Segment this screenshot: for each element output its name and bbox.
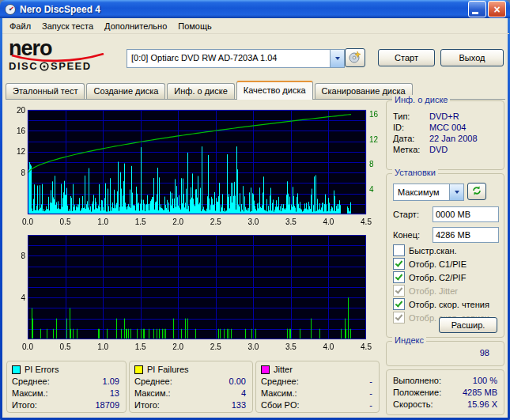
stat-label: Итого:: [12, 400, 95, 410]
settings-field-row-0: Старт:: [393, 204, 499, 225]
title-bar: Nero DiscSpeed 4 ×: [0, 0, 510, 18]
pi-errors-chart: [4, 105, 383, 229]
progress-value: 4285 MB: [463, 388, 497, 397]
menu-item-2[interactable]: Дополнительно: [99, 20, 172, 32]
refresh-icon: [471, 185, 482, 196]
settings-field-input-1[interactable]: [433, 227, 499, 243]
stat-box-name: PI Failures: [147, 365, 189, 374]
disc-info-label: Дата:: [393, 134, 429, 143]
progress-value: 100 %: [473, 376, 497, 385]
nero-logo: nero DISC SPEED: [9, 39, 129, 74]
app-icon: [4, 3, 17, 16]
close-button[interactable]: ×: [488, 1, 506, 17]
stat-value: 13: [110, 388, 119, 398]
disc-info-row-2: Дата:22 Jan 2008: [393, 133, 501, 144]
settings-group: Установки Максимум Старт:Конец: Быстр.ск…: [386, 173, 504, 338]
checkbox-4[interactable]: Отобр. скор. чтения: [393, 297, 501, 311]
stat-value: -: [369, 400, 372, 410]
pi-failures-chart: [4, 230, 383, 354]
stat-box-title: PI Errors: [7, 361, 126, 375]
drive-select[interactable]: [0:0] Optiarc DVD RW AD-7203A 1.04: [127, 49, 345, 68]
disc-info-row-1: ID:MCC 004: [393, 122, 501, 133]
checkbox-label: Отобр. C2/PIF: [409, 273, 466, 282]
advanced-button[interactable]: Расшир.: [439, 317, 497, 333]
tab-1[interactable]: Создание диска: [86, 83, 165, 99]
menu-item-1[interactable]: Запуск теста: [36, 20, 99, 32]
speed-select[interactable]: Максимум: [393, 184, 464, 201]
menu-item-0[interactable]: Файл: [4, 20, 36, 32]
stat-row-1: Максим.:13: [7, 387, 126, 399]
tab-2[interactable]: Инф. о диске: [167, 83, 234, 99]
tab-3[interactable]: Качество диска: [236, 81, 313, 100]
stat-label: Среднее:: [134, 376, 229, 386]
settings-field-label: Старт:: [393, 210, 433, 219]
progress-rows: Выполнено:100 %Положение:4285 MBСкорость…: [387, 374, 504, 410]
stat-row-2: Итого:18709: [7, 399, 126, 411]
checkbox-label: Отобр. Jitter: [409, 286, 458, 296]
settings-field-label: Конец:: [393, 230, 433, 240]
progress-label: Выполнено:: [393, 376, 473, 385]
progress-row-1: Положение:4285 MB: [387, 386, 504, 398]
disc-info-row-3: Метка:DVD: [393, 144, 501, 155]
settings-field-input-0[interactable]: [433, 206, 499, 222]
checkbox-box-icon: [393, 271, 405, 283]
window-title: Nero DiscSpeed 4: [20, 4, 467, 15]
exit-button[interactable]: Выход: [440, 49, 504, 66]
stat-row-0: Среднее:1.09: [7, 375, 126, 387]
menu-bar: ФайлЗапуск тестаДополнительноПомощь: [2, 18, 509, 34]
legend-chip-icon: [134, 365, 143, 374]
close-icon: ×: [493, 3, 500, 16]
disc-info-row-0: Тип:DVD+R: [393, 111, 501, 122]
checkbox-0[interactable]: Быстр.скан.: [393, 244, 501, 257]
legend-chip-icon: [261, 365, 270, 374]
stat-row-0: Среднее:0.00: [130, 375, 252, 387]
client-area: ФайлЗапуск тестаДополнительноПомощь nero…: [2, 18, 508, 418]
stat-value: 1.09: [103, 376, 119, 386]
stat-row-0: Среднее:-: [256, 375, 379, 387]
hand-disc-icon: [348, 50, 362, 64]
app-window: Nero DiscSpeed 4 × ФайлЗапуск тестаДопол…: [0, 0, 510, 420]
stat-box-title: Jitter: [256, 361, 379, 375]
checkbox-box-icon: [393, 298, 405, 310]
refresh-button[interactable]: [467, 183, 486, 200]
stat-label: Среднее:: [261, 376, 369, 386]
minimize-button[interactable]: [468, 1, 486, 17]
stat-value: -: [369, 388, 372, 398]
stat-value: 0.00: [229, 376, 246, 386]
tab-0[interactable]: Эталонный тест: [6, 83, 85, 99]
settings-checkboxes: Быстр.скан.Отобр. C1/PIEОтобр. C2/PIFОто…: [393, 244, 501, 324]
stat-value: 4: [241, 388, 246, 398]
menu-item-3[interactable]: Помощь: [172, 20, 217, 32]
stat-box-2: JitterСреднее:-Максим.:-Сбои PO:-: [255, 361, 380, 413]
stat-label: Максим.:: [134, 388, 241, 398]
stat-row-2: Сбои PO:-: [256, 399, 379, 411]
checkbox-1[interactable]: Отобр. C1/PIE: [393, 257, 501, 271]
disc-info-label: Метка:: [393, 145, 429, 154]
progress-row-0: Выполнено:100 %: [387, 374, 504, 386]
stat-box-name: Jitter: [274, 365, 293, 374]
legend-chip-icon: [12, 365, 21, 374]
checkbox-box-icon: [393, 244, 405, 256]
disc-info-value: MCC 004: [429, 123, 466, 132]
stat-row-2: Итого:133: [130, 399, 252, 411]
progress-value: 15.96 X: [467, 399, 497, 409]
minimize-icon: [472, 12, 478, 14]
settings-field-row-1: Конец:: [393, 225, 499, 245]
stat-label: Сбои PO:: [261, 400, 369, 410]
stat-label: Максим.:: [261, 388, 369, 398]
progress-row-2: Скорость:15.96 X: [387, 398, 504, 410]
checkbox-3[interactable]: Отобр. Jitter: [393, 284, 501, 297]
stat-box-name: PI Errors: [25, 365, 59, 374]
start-button[interactable]: Старт: [378, 49, 435, 66]
stat-value: 133: [232, 400, 246, 410]
drive-select-value: [0:0] Optiarc DVD RW AD-7203A 1.04: [127, 50, 330, 67]
disc-info-label: ID:: [393, 123, 429, 132]
disc-info-group: Инф. о диске Тип:DVD+RID:MCC 004Дата:22 …: [386, 100, 504, 170]
settings-title: Установки: [392, 168, 438, 177]
disc-info-label: Тип:: [393, 112, 429, 121]
stat-value: 18709: [95, 400, 119, 410]
checkbox-box-icon: [393, 312, 405, 324]
stat-row-1: Максим.:-: [256, 387, 379, 399]
eject-button[interactable]: [345, 48, 365, 67]
checkbox-2[interactable]: Отобр. C2/PIF: [393, 271, 501, 284]
